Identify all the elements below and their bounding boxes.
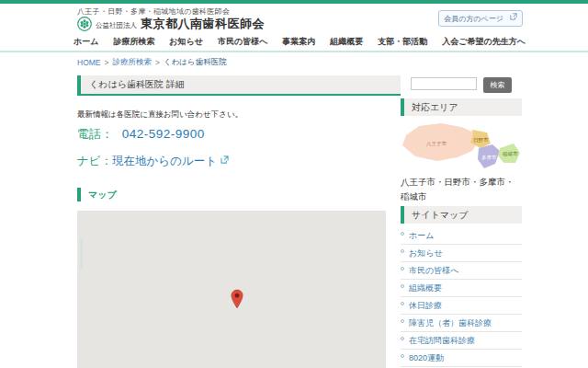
member-page-button[interactable]: 会員の方のページ — [438, 10, 523, 27]
circle-bullet-icon — [401, 319, 404, 323]
sitemap-item-label: 休日診療 — [409, 300, 442, 312]
nav-item-clinic-search[interactable]: 診療所検索 — [113, 36, 154, 48]
page-title: くわはら歯科医院 詳細 — [77, 75, 401, 96]
circle-bullet-icon — [401, 249, 404, 253]
nav-item-join[interactable]: 入会ご希望の先生方へ — [442, 36, 526, 48]
service-area-map: 八王子市 日野市 多摩市 稲城市 — [401, 121, 522, 171]
external-link-icon — [220, 155, 229, 164]
info-note: 最新情報は各医院に直接お問い合わせ下さい。 — [77, 109, 243, 121]
breadcrumb-section-link[interactable]: 診療所検索 — [112, 57, 152, 68]
map-section-heading: マップ — [77, 188, 117, 201]
circle-bullet-icon — [401, 284, 404, 288]
sitemap-item-organization[interactable]: 組織概要 — [401, 280, 522, 297]
nav-item-home[interactable]: ホーム — [74, 36, 98, 48]
sitemap-item-holiday-care[interactable]: 休日診療 — [401, 297, 522, 315]
circle-bullet-icon — [401, 354, 404, 358]
region-inagi-label: 稲城市 — [503, 151, 518, 156]
breadcrumb-separator: > — [105, 58, 109, 67]
sitemap-item-disabled-care[interactable]: 障害児（者）歯科診療 — [401, 315, 522, 332]
nav-item-programs[interactable]: 事業案内 — [282, 36, 315, 48]
nav-item-citizens[interactable]: 市民の皆様へ — [218, 36, 267, 48]
sitemap-item-news[interactable]: お知らせ — [401, 245, 522, 262]
sitemap-item-label: 8020運動 — [409, 352, 444, 364]
sitemap-item-label: お知らせ — [409, 247, 443, 259]
region-hachioji-label: 八王子市 — [426, 141, 447, 147]
page: 八王子・日野・多摩・稲城地域の歯科医師会 公益社団法人 東京都八南歯科医師会 会… — [0, 0, 588, 368]
region-tama-label: 多摩市 — [481, 155, 497, 160]
main-nav: ホーム 診療所検索 お知らせ 市民の皆様へ 事業案内 組織概要 支部・部活動 入… — [74, 36, 526, 48]
phone-number: 042-592-9900 — [122, 127, 205, 141]
sitemap-item-citizens[interactable]: 市民の皆様へ — [401, 262, 522, 280]
nav-underline — [0, 51, 588, 52]
phone-row: 電話： 042-592-9900 — [77, 126, 205, 143]
circle-bullet-icon — [401, 337, 404, 340]
map-zoom-control[interactable] — [80, 238, 83, 270]
member-page-label: 会員の方のページ — [444, 14, 503, 24]
sitemap-item-label: 在宅訪問歯科診療 — [409, 335, 475, 347]
sitemap-item-label: 市民の皆様へ — [409, 265, 458, 277]
breadcrumb-home-link[interactable]: HOME — [77, 58, 101, 67]
search-button[interactable]: 検索 — [483, 77, 512, 93]
sitemap-item-home-visit[interactable]: 在宅訪問歯科診療 — [401, 332, 522, 350]
sitemap-item-home[interactable]: ホーム — [401, 227, 522, 245]
sitemap-item-label: 組織概要 — [409, 282, 442, 294]
sitemap-heading: サイトマップ — [401, 206, 522, 224]
circle-bullet-icon — [401, 232, 404, 236]
nav-item-news[interactable]: お知らせ — [169, 36, 203, 48]
breadcrumb-separator: > — [155, 58, 160, 67]
circle-bullet-icon — [401, 267, 404, 270]
sitemap-item-8020[interactable]: 8020運動 — [401, 350, 522, 367]
route-link[interactable]: 現在地からのルート — [112, 154, 217, 169]
region-hino-label: 日野市 — [473, 137, 489, 144]
navi-label: ナビ： — [77, 154, 112, 169]
service-area-text: 八王子市・日野市・多摩市・稲城市 — [401, 175, 518, 203]
circle-bullet-icon — [401, 302, 404, 305]
sitemap-item-label: ホーム — [409, 230, 434, 242]
site-logo[interactable]: 公益社団法人 東京都八南歯科医師会 — [77, 16, 265, 32]
map-embed[interactable] — [77, 211, 386, 368]
external-link-icon — [510, 13, 517, 20]
nav-item-branches[interactable]: 支部・部活動 — [378, 36, 427, 48]
top-accent-bar — [0, 0, 588, 4]
sitemap-list: ホーム お知らせ 市民の皆様へ 組織概要 休日診療 障害児（者）歯科診療 在宅訪… — [401, 227, 522, 367]
phone-label: 電話： — [77, 127, 113, 141]
nav-item-organization[interactable]: 組織概要 — [330, 36, 363, 48]
breadcrumb-current: くわはら歯科医院 — [164, 57, 227, 68]
clinic-search-input[interactable] — [411, 77, 477, 90]
navi-row: ナビ： 現在地からのルート — [77, 154, 229, 169]
org-type-label: 公益社団法人 — [96, 21, 137, 30]
sitemap-item-label: 障害児（者）歯科診療 — [409, 317, 492, 329]
flower-emblem-icon — [77, 17, 92, 31]
service-area-heading: 対応エリア — [401, 98, 522, 116]
map-pin-icon[interactable] — [231, 289, 243, 309]
breadcrumb: HOME > 診療所検索 > くわはら歯科医院 — [77, 57, 227, 68]
org-name: 東京都八南歯科医師会 — [141, 16, 265, 32]
